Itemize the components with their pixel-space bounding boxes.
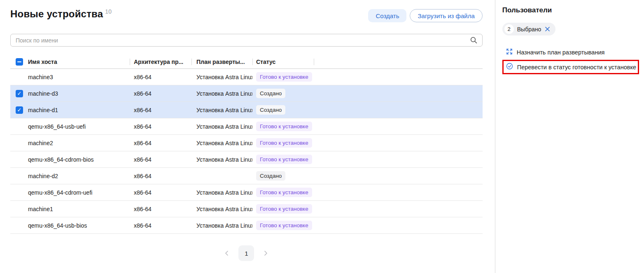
table-row[interactable]: qemu-x86_64-cdrom-uefi x86-64 Установка …: [10, 184, 483, 201]
host-name: qemu-x86_64-usb-bios: [28, 222, 130, 229]
main-panel: Новые устройства10 Создать Загрузить из …: [0, 0, 495, 273]
devices-table: Имя хоста Архитектура пр... План разверт…: [10, 55, 483, 234]
table-row[interactable]: machine1 x86-64 Установка Astra Linux Го…: [10, 201, 483, 217]
column-header-spacer: [314, 55, 483, 68]
status-cell: Готово к установке: [252, 155, 314, 165]
host-plan: Установка Astra Linux: [191, 74, 252, 80]
host-arch: x86-64: [130, 173, 191, 179]
host-plan: Установка Astra Linux: [191, 123, 252, 130]
table-row[interactable]: machine3 x86-64 Установка Astra Linux Го…: [10, 69, 483, 85]
status-badge: Создано: [256, 89, 285, 99]
main-header: Новые устройства10 Создать Загрузить из …: [10, 8, 483, 22]
host-arch: x86-64: [130, 189, 191, 196]
table-row[interactable]: qemu-x86_64-cdrom-bios x86-64 Установка …: [10, 151, 483, 168]
table-row[interactable]: machine-d2 x86-64 Создано: [10, 168, 483, 184]
status-cell: Готово к установке: [252, 138, 314, 148]
table-row[interactable]: ✓ machine-d1 x86-64 Установка Astra Linu…: [10, 102, 483, 118]
action-label: Перевести в статус готовности к установк…: [517, 64, 636, 71]
toolbar: Создать Загрузить из файла: [368, 8, 482, 22]
header-checkbox-cell: [10, 55, 28, 68]
row-checkbox-cell[interactable]: ✓: [10, 106, 28, 114]
upload-from-file-button[interactable]: Загрузить из файла: [410, 9, 482, 22]
status-badge: Готово к установке: [256, 122, 312, 132]
column-header-host: Имя хоста: [28, 55, 130, 68]
status-badge: Готово к установке: [256, 155, 312, 165]
row-checkbox[interactable]: ✓: [16, 90, 23, 97]
table-row[interactable]: qemu-x86_64-usb-bios x86-64 Установка As…: [10, 217, 483, 234]
pagination: 1: [10, 245, 483, 261]
host-arch: x86-64: [130, 140, 191, 146]
row-checkbox-cell[interactable]: ✓: [10, 90, 28, 97]
host-plan: Установка Astra Linux: [191, 156, 252, 163]
set-ready-status-action[interactable]: Перевести в статус готовности к установк…: [504, 61, 638, 73]
prev-page-button[interactable]: [222, 248, 232, 258]
status-badge: Готово к установке: [256, 72, 312, 82]
search-icon[interactable]: [470, 36, 478, 46]
status-cell: Готово к установке: [252, 204, 314, 214]
table-row[interactable]: qemu-x86_64-usb-uefi x86-64 Установка As…: [10, 118, 483, 135]
sidebar-title: Пользователи: [502, 6, 639, 14]
status-badge: Создано: [256, 171, 285, 181]
host-plan: Установка Astra Linux: [191, 107, 252, 113]
table-row[interactable]: machine2 x86-64 Установка Astra Linux Го…: [10, 135, 483, 151]
page-title: Новые устройства10: [10, 8, 112, 20]
host-arch: x86-64: [130, 123, 191, 130]
host-plan: Установка Astra Linux: [191, 222, 252, 229]
status-badge: Готово к установке: [256, 221, 312, 231]
create-button[interactable]: Создать: [368, 9, 406, 22]
search-bar: [10, 34, 483, 47]
status-cell: Готово к установке: [252, 72, 314, 82]
current-page-button[interactable]: 1: [238, 245, 254, 261]
check-circle-icon: [506, 63, 513, 71]
host-plan: Установка Astra Linux: [191, 206, 252, 212]
host-arch: x86-64: [130, 74, 191, 80]
status-badge: Готово к установке: [256, 138, 312, 148]
status-badge: Готово к установке: [256, 204, 312, 214]
table-row[interactable]: ✓ machine-d3 x86-64 Установка Astra Linu…: [10, 85, 483, 102]
clear-selection-icon[interactable]: [544, 26, 551, 32]
status-badge: Готово к установке: [256, 188, 312, 198]
action-label: Назначить план развертывания: [517, 49, 605, 56]
select-all-checkbox[interactable]: [16, 58, 23, 66]
app-window: Новые устройства10 Создать Загрузить из …: [0, 0, 644, 273]
host-name: machine1: [28, 206, 130, 212]
column-header-status: Статус: [252, 55, 314, 68]
search-input[interactable]: [10, 34, 483, 47]
selection-chip[interactable]: 2 Выбрано: [502, 23, 556, 35]
host-name: machine2: [28, 140, 130, 146]
host-name: qemu-x86_64-usb-uefi: [28, 123, 130, 130]
host-arch: x86-64: [130, 90, 191, 97]
host-plan: Установка Astra Linux: [191, 90, 252, 97]
next-page-button[interactable]: [261, 248, 271, 258]
column-header-plan: План разверты...: [191, 55, 252, 68]
device-count: 10: [105, 8, 112, 15]
expand-arrows-icon: [506, 48, 513, 56]
host-name: machine-d2: [28, 173, 130, 179]
red-highlight-annotation: Перевести в статус готовности к установк…: [502, 60, 639, 74]
host-arch: x86-64: [130, 156, 191, 163]
host-arch: x86-64: [130, 107, 191, 113]
selection-count: 2: [504, 24, 514, 34]
status-cell: Создано: [252, 89, 314, 99]
column-header-arch: Архитектура пр...: [130, 55, 191, 68]
host-plan: Установка Astra Linux: [191, 189, 252, 196]
host-name: qemu-x86_64-cdrom-uefi: [28, 189, 130, 196]
table-header-row: Имя хоста Архитектура пр... План разверт…: [10, 55, 483, 69]
host-name: machine-d3: [28, 90, 130, 97]
status-cell: Готово к установке: [252, 188, 314, 198]
status-cell: Готово к установке: [252, 221, 314, 231]
status-badge: Создано: [256, 105, 285, 115]
row-checkbox[interactable]: ✓: [16, 106, 23, 114]
host-arch: x86-64: [130, 222, 191, 229]
host-name: machine3: [28, 74, 130, 80]
bulk-actions: Назначить план развертывания Перевести в…: [502, 46, 639, 74]
host-plan: Установка Astra Linux: [191, 140, 252, 146]
status-cell: Создано: [252, 105, 314, 115]
host-arch: x86-64: [130, 206, 191, 212]
status-cell: Готово к установке: [252, 122, 314, 132]
users-sidebar: Пользователи 2 Выбрано Назначить план ра…: [495, 0, 644, 273]
selection-label: Выбрано: [517, 26, 541, 33]
page-title-text: Новые устройства: [10, 8, 103, 19]
assign-deployment-plan-action[interactable]: Назначить план развертывания: [502, 46, 639, 59]
status-cell: Создано: [252, 171, 314, 181]
